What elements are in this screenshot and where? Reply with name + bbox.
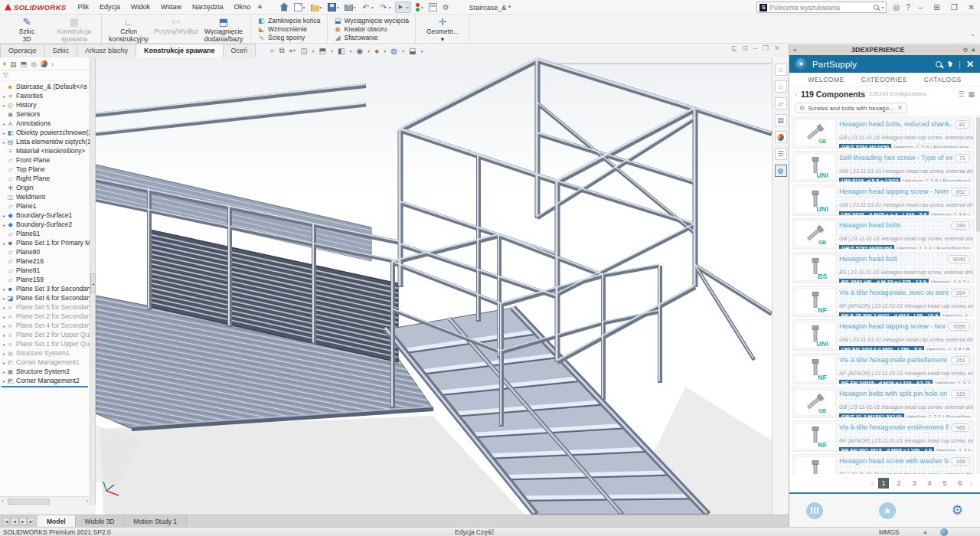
- custom-properties-icon[interactable]: ☰: [775, 148, 787, 160]
- print-button[interactable]: ▾: [343, 2, 358, 11]
- component-title[interactable]: Hexagon head bolt: [839, 255, 946, 263]
- tree-item-obiekty-powierzchniowe-2[interactable]: ▸◧Obiekty powierzchniowe(2: [0, 128, 90, 137]
- component-card[interactable]: UNIHexagon head tapping screw - Normal s…: [792, 319, 974, 351]
- nav-tab-welcome[interactable]: WELCOME: [808, 76, 844, 83]
- component-title[interactable]: Hexagon head bolts: [839, 221, 949, 229]
- 3dexperience-home-icon[interactable]: ⌂: [775, 64, 787, 76]
- display-style-icon[interactable]: ◧: [338, 47, 345, 55]
- partsupply-close-icon[interactable]: ✕: [966, 59, 974, 70]
- partsupply-search-icon[interactable]: [936, 61, 942, 67]
- tag-icon[interactable]: ❥: [946, 59, 954, 69]
- expand-arrow-icon[interactable]: ▸: [2, 286, 7, 292]
- rebuild-traffic-light-button[interactable]: ▾: [413, 2, 425, 12]
- expand-arrow-icon[interactable]: ▸: [2, 139, 7, 145]
- restore-icon[interactable]: ❐: [949, 3, 960, 11]
- display-manager-icon[interactable]: [41, 60, 47, 67]
- page-4[interactable]: 4: [924, 478, 935, 489]
- tree-item-lista-element-w-ci-tych-10[interactable]: ▸▤Lista elementów ciętych(10: [0, 137, 90, 146]
- first-tab-icon[interactable]: |◀: [2, 518, 10, 525]
- tree-item-plane-set-6-for-secondary[interactable]: ▸◪Plane Set 6 for Secondary: [0, 293, 90, 302]
- menu-wstaw[interactable]: Wstaw: [155, 2, 187, 12]
- dropdown-caret-icon[interactable]: ▾: [350, 48, 352, 54]
- dropdown-caret-icon[interactable]: ▾: [371, 5, 374, 10]
- scroll-left-icon[interactable]: ‹: [2, 498, 3, 504]
- component-card[interactable]: NFVis à tête hexagonale partiellement fi…: [792, 353, 974, 384]
- tree-item-boundary-surface1[interactable]: ▸◆Boundary-Surface1: [0, 211, 90, 220]
- tab-konstrukcje-spawane[interactable]: Konstrukcje spawane: [136, 44, 224, 57]
- scroll-right-icon[interactable]: ›: [87, 498, 88, 504]
- columns-view-button[interactable]: [806, 502, 823, 519]
- tree-item-plane-set-2-for-secondary[interactable]: ▸■Plane Set 2 for Secondary: [0, 312, 90, 321]
- dropdown-caret-icon[interactable]: ▾: [331, 48, 333, 54]
- tree-item-plane1[interactable]: ▱Plane1: [0, 201, 90, 211]
- model-tab-motion-study-1[interactable]: Motion Study 1: [124, 515, 187, 527]
- dropdown-caret-icon[interactable]: ▾: [337, 5, 339, 10]
- dropdown-caret-icon[interactable]: ▾: [421, 48, 423, 54]
- filter-chip[interactable]: ⚙ Screws and bolts with hexago... ✕: [795, 103, 907, 113]
- back-chevron-icon[interactable]: ‹: [795, 90, 797, 98]
- ribbon-button-chamfer[interactable]: ◢Sfazowanie: [334, 34, 409, 41]
- tree-horizontal-scrollbar[interactable]: ‹ ›: [0, 496, 90, 505]
- appearances-icon[interactable]: [775, 131, 787, 143]
- ribbon-button-end-cap[interactable]: ◧Zamknięcie końca: [257, 17, 321, 25]
- menu-edycja[interactable]: Edycja: [94, 2, 126, 12]
- ribbon-button-sketch3d[interactable]: ✎Szkic3D: [3, 15, 51, 42]
- tree-item-right-plane[interactable]: ▱Right Plane: [0, 174, 90, 183]
- component-card[interactable]: GBHexagon head bolts289GB | 23-11-01-01 …: [792, 218, 974, 250]
- panel-scrollbar-thumb[interactable]: [976, 117, 980, 232]
- expand-arrow-icon[interactable]: ▸: [2, 222, 7, 227]
- expand-arrow-icon[interactable]: ▸: [2, 240, 7, 246]
- page-3[interactable]: 3: [909, 478, 920, 489]
- page-5[interactable]: 5: [939, 478, 950, 489]
- expand-arrow-icon[interactable]: ▸: [2, 369, 7, 374]
- search-icon[interactable]: [874, 5, 879, 10]
- tree-item-origin[interactable]: ✛Origin: [0, 183, 90, 192]
- expand-arrow-icon[interactable]: ▸: [2, 351, 7, 356]
- tree-filter-row[interactable]: ▽: [0, 70, 90, 81]
- dropdown-caret-icon[interactable]: ▾: [368, 48, 370, 54]
- dropdown-caret-icon[interactable]: ▾: [421, 5, 423, 10]
- tab-operacje[interactable]: Operacje: [0, 44, 45, 57]
- panel-scrollbar[interactable]: [976, 116, 980, 474]
- tree-item-structure-system1[interactable]: ▸▣Structure System1: [0, 348, 90, 358]
- tree-item-plane81[interactable]: ▱Plane81: [0, 266, 90, 275]
- expand-arrow-icon[interactable]: ▸: [2, 93, 7, 99]
- tab-oceń[interactable]: Oceń: [223, 44, 256, 57]
- model-tab-model[interactable]: Model: [38, 515, 76, 527]
- component-card[interactable]: BSHexagon head screw with washer face, r…: [792, 454, 974, 474]
- component-title[interactable]: Self-threading hex screw - Type of extre…: [839, 154, 952, 162]
- file-explorer-icon[interactable]: ▤: [775, 114, 787, 126]
- component-card[interactable]: NFVis à tête hexagonale entièrement file…: [792, 420, 974, 452]
- status-3dexperience-icon[interactable]: [940, 528, 948, 536]
- next-page-icon[interactable]: ›: [970, 479, 972, 487]
- partsupply-globe-icon[interactable]: ◍: [775, 165, 787, 177]
- scrollbar-thumb[interactable]: [8, 498, 50, 505]
- tree-item-history[interactable]: ▸◴History: [0, 100, 90, 109]
- expand-arrow-icon[interactable]: ▸: [2, 378, 7, 384]
- redo-button[interactable]: ↷▾: [377, 2, 393, 12]
- solidworks-logo[interactable]: SOLIDWORKS: [5, 3, 66, 11]
- nav-tab-catalogs[interactable]: CATALOGS: [924, 76, 962, 83]
- tree-item-sensors[interactable]: ◉Sensors: [0, 109, 90, 119]
- save-button[interactable]: ▾: [326, 2, 341, 12]
- marketplace-icon[interactable]: ⌂: [775, 80, 787, 93]
- propertymanager-icon[interactable]: ▤: [10, 60, 17, 68]
- tree-item-plane80[interactable]: ▱Plane80: [0, 247, 90, 257]
- expand-arrow-icon[interactable]: ▸: [2, 213, 7, 218]
- tree-item-corner-management2[interactable]: ▸◩Corner Management2: [0, 376, 90, 385]
- expand-arrow-icon[interactable]: ▸: [2, 296, 7, 301]
- page-1[interactable]: 1: [878, 478, 889, 489]
- command-search[interactable]: S Polecenia wyszukiwania ▾: [756, 2, 887, 13]
- expand-arrow-icon[interactable]: ▸: [2, 332, 7, 338]
- favorites-star-button[interactable]: ★: [879, 502, 896, 519]
- tree-item-materia-nieokre-lony-[interactable]: ≡Materiał <nieokreślony>: [0, 146, 90, 155]
- dropdown-caret-icon[interactable]: ▾: [354, 5, 356, 10]
- minimize-icon[interactable]: –: [916, 3, 926, 11]
- expand-arrow-icon[interactable]: ▸: [2, 342, 7, 347]
- nav-tab-categories[interactable]: CATEGORIES: [861, 76, 907, 83]
- component-title[interactable]: Hexagon head screw with washer face, rou…: [839, 457, 949, 465]
- ribbon-button-reference-geometry[interactable]: ✛Geometri...▾: [419, 15, 466, 42]
- list-view-icon[interactable]: ☰: [958, 90, 964, 98]
- dimxpert-manager-icon[interactable]: ◎: [31, 60, 37, 68]
- ribbon-collapse-icon[interactable]: ⌃: [970, 34, 975, 41]
